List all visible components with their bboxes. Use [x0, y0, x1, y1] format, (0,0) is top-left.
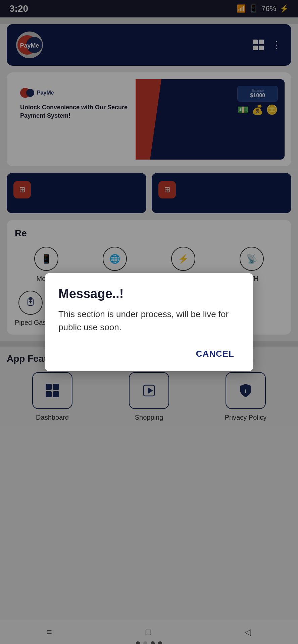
message-dialog: Message..! This section is under process… [45, 273, 253, 371]
dialog-actions: CANCEL [58, 346, 240, 362]
dialog-title: Message..! [58, 287, 240, 301]
cancel-button[interactable]: CANCEL [191, 346, 240, 362]
modal-overlay: Message..! This section is under process… [0, 0, 298, 644]
dialog-message: This section is under process, will be l… [58, 308, 240, 334]
